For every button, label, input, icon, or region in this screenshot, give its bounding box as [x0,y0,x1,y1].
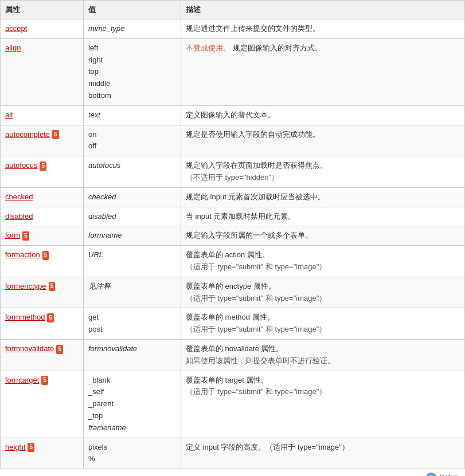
value-cell: mime_type [84,19,181,39]
value-item: top [88,66,176,78]
attr-cell: alt [1,105,84,125]
attr-link[interactable]: formaction [5,250,40,259]
desc-cell: 定义 input 字段的高度。（适用于 type="image"） [181,438,465,469]
table-row: disableddisabled当 input 元素加载时禁用此元素。 [1,207,465,226]
value-cell: text [84,105,181,125]
desc-cell: 覆盖表单的 method 属性。（适用于 type="submit" 和 typ… [181,308,465,340]
h5-badge: 5 [40,162,46,171]
table-row: autocomplete5onoff规定是否使用输入字段的自动完成功能。 [1,125,465,156]
h5-badge: 5 [41,376,48,385]
table-row: formenctype5见注释覆盖表单的 enctype 属性。（适用于 typ… [1,277,465,308]
h5-badge: 5 [47,313,54,322]
h5-badge: 5 [52,130,59,139]
table-row: acceptmime_type规定通过文件上传来提交的文件的类型。 [1,19,465,39]
attr-link[interactable]: checked [5,192,33,201]
desc-note: （适用于 type="submit" 和 type="image"） [186,325,326,333]
value-cell: 见注释 [84,277,181,308]
desc-note: （适用于 type="submit" 和 type="image"） [186,262,326,271]
attr-link[interactable]: accept [5,24,27,33]
attr-cell: form5 [1,226,84,246]
attr-cell: formmethod5 [1,308,84,340]
value-item: left [88,42,176,54]
desc-note: （适用于 type="submit" 和 type="image"） [186,387,326,396]
main-container: 属性 值 描述 acceptmime_type规定通过文件上传来提交的文件的类型… [0,0,465,476]
attr-link[interactable]: align [5,44,21,52]
h5-badge: 5 [42,251,49,260]
h5-badge: 5 [49,282,56,291]
attr-cell: formaction5 [1,246,84,277]
value-cell: pixels% [84,438,181,469]
attr-cell: height5 [1,438,84,469]
value-cell: leftrighttopmiddlebottom [84,38,181,105]
col-header-value: 值 [84,1,181,19]
value-cell: formnovalidate [84,339,181,371]
col-header-attr: 属性 [1,1,84,19]
value-cell: onoff [84,125,181,156]
value-item: _parent [88,398,176,410]
value-item: _blank [88,375,176,387]
desc-cell: 覆盖表单的 target 属性。（适用于 type="submit" 和 typ… [181,371,465,438]
value-item: _self [88,386,176,398]
desc-cell: 规定此 input 元素首次加载时应当被选中。 [181,187,465,207]
desc-cell: 规定通过文件上传来提交的文件的类型。 [181,19,465,39]
desc-cell: 覆盖表单的 novalidate 属性。如果使用该属性，则提交表单时不进行验证。 [181,339,465,371]
value-cell: checked [84,187,181,207]
desc-cell: 规定输入字段所属的一个或多个表单。 [181,226,465,246]
table-row: formaction5URL覆盖表单的 action 属性。（适用于 type=… [1,246,465,277]
attr-cell: align [1,38,84,105]
table-row: formnovalidate5formnovalidate覆盖表单的 noval… [1,339,465,371]
table-row: alttext定义图像输入的替代文本。 [1,105,465,125]
value-item: bottom [88,90,176,102]
watermark: 云 亿速云 [426,473,459,476]
attr-link[interactable]: autocomplete [5,130,50,139]
h5-badge: 5 [22,231,29,241]
value-item: right [88,54,176,66]
col-header-desc: 描述 [181,1,465,19]
desc-cell: 规定是否使用输入字段的自动完成功能。 [181,125,465,156]
attr-link[interactable]: formnovalidate [5,344,54,353]
value-cell: getpost [84,308,181,340]
table-row: checkedchecked规定此 input 元素首次加载时应当被选中。 [1,187,465,207]
desc-note: （适用于 type="submit" 和 type="image"） [186,294,326,302]
h5-badge: 5 [56,345,63,354]
desc-note: 如果使用该属性，则提交表单时不进行验证。 [186,356,335,365]
watermark-icon: 云 [426,473,436,476]
value-item: % [88,453,176,465]
attr-link[interactable]: formenctype [5,282,46,290]
desc-cell: 覆盖表单的 action 属性。（适用于 type="submit" 和 typ… [181,246,465,277]
value-cell: disabled [84,207,181,226]
value-item: post [88,324,176,336]
table-row: alignleftrighttopmiddlebottom不赞成使用。 规定图像… [1,38,465,105]
table-row: height5pixels%定义 input 字段的高度。（适用于 type="… [1,438,465,469]
value-item: get [88,312,176,324]
attr-link[interactable]: alt [5,111,13,119]
value-cell: _blank_self_parent_topframename [84,371,181,438]
value-item: on [88,129,176,141]
table-row: formmethod5getpost覆盖表单的 method 属性。（适用于 t… [1,308,465,340]
attr-link[interactable]: height [5,443,25,451]
value-item: middle [88,78,176,90]
value-item: off [88,140,176,152]
attr-link[interactable]: form [5,231,20,239]
attr-cell: checked [1,187,84,207]
deprecated-text: 不赞成使用。 [186,44,230,52]
value-item: framename [88,422,176,434]
attributes-table: 属性 值 描述 acceptmime_type规定通过文件上传来提交的文件的类型… [0,0,465,469]
h5-badge: 5 [28,443,34,452]
value-cell: formname [84,226,181,246]
watermark-text: 亿速云 [439,473,459,476]
value-item: _top [88,410,176,422]
desc-cell: 定义图像输入的替代文本。 [181,105,465,125]
attr-cell: autocomplete5 [1,125,84,156]
attr-link[interactable]: disabled [5,212,33,221]
attr-cell: accept [1,19,84,39]
desc-cell: 规定输入字段在页面加载时是否获得焦点。（不适用于 type="hidden"） [181,156,465,188]
attr-cell: autofocus5 [1,156,84,188]
value-cell: autofocus [84,156,181,188]
attr-cell: formtarget5 [1,371,84,438]
attr-link[interactable]: autofocus [5,161,37,170]
attr-cell: disabled [1,207,84,226]
attr-link[interactable]: formmethod [5,313,45,321]
table-row: autofocus5autofocus规定输入字段在页面加载时是否获得焦点。（不… [1,156,465,188]
attr-link[interactable]: formtarget [5,376,39,384]
